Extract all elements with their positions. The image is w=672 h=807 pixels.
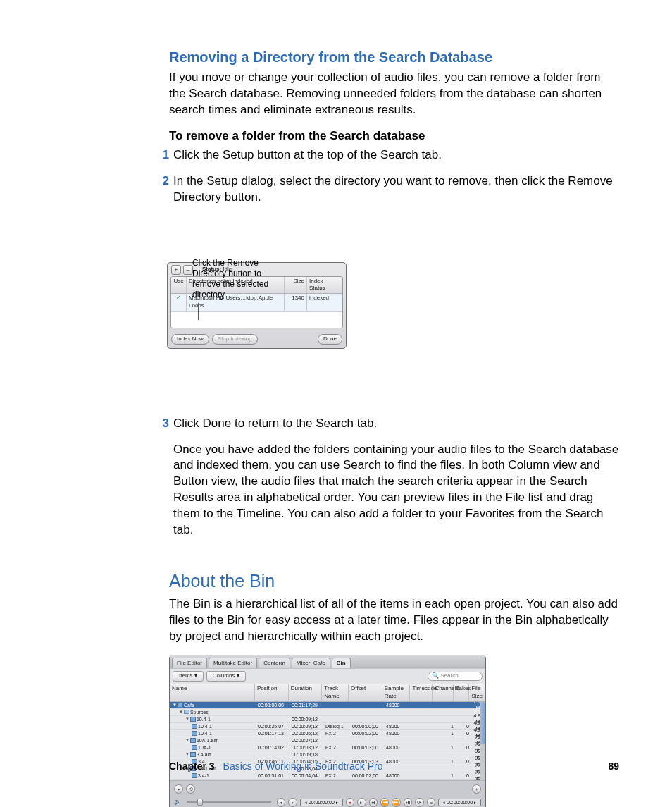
body-paragraph: The Bin is a hierarchical list of all of… xyxy=(169,596,620,645)
file-icon xyxy=(190,717,196,722)
disclosure-triangle-icon[interactable]: ▼ xyxy=(185,780,189,781)
section-heading: Removing a Directory from the Search Dat… xyxy=(169,48,620,67)
col-track-name[interactable]: Track Name xyxy=(322,684,349,701)
search-input[interactable]: 🔍 Search xyxy=(428,672,483,681)
col-takes[interactable]: Takes xyxy=(454,684,469,701)
tab-bin[interactable]: Bin xyxy=(332,658,351,669)
step-number: 2 xyxy=(155,173,169,206)
list-item[interactable]: ▼Cafe00:00:00:0000:01:17;29480002.70 MB xyxy=(170,702,485,709)
timecode-display-2[interactable]: ◂ 00:00:00:00 ▸ xyxy=(438,799,481,806)
loop-button[interactable]: ⟲ xyxy=(186,784,195,794)
col-sample-rate[interactable]: Sample Rate xyxy=(382,684,411,701)
tab-conform[interactable]: Conform xyxy=(259,658,290,669)
search-icon: 🔍 xyxy=(432,672,439,680)
step-number: 3 xyxy=(155,416,169,432)
list-item[interactable]: 3.4-100:00:51:0100:00:04;04FX 200:00:02;… xyxy=(170,772,485,780)
rtz-button[interactable]: ⏮ xyxy=(369,798,378,807)
list-item[interactable]: ▼3.5-1.aiff00:00:07;18720 KB xyxy=(170,780,485,781)
step-number: 1 xyxy=(155,147,169,164)
step-text: Click Done to return to the Search tab. xyxy=(173,416,620,432)
next-button[interactable]: ▸ xyxy=(288,798,297,807)
tab-multitake-editor[interactable]: Multitake Editor xyxy=(209,658,257,669)
cycle-button[interactable]: ⟳ xyxy=(415,798,423,807)
play-button[interactable]: ▸ xyxy=(174,784,183,794)
file-icon xyxy=(192,773,197,778)
callout-line xyxy=(198,303,199,320)
disclosure-triangle-icon[interactable]: ▼ xyxy=(185,737,189,743)
disclosure-triangle-icon[interactable]: ▼ xyxy=(173,702,177,708)
file-icon xyxy=(192,745,197,750)
list-item[interactable]: 10A-100:01:14:0200:00:03;12FX 200:00:03;… xyxy=(170,744,485,751)
item-name: 3.4.aiff xyxy=(197,751,211,758)
disclosure-triangle-icon[interactable]: ▼ xyxy=(179,709,183,715)
rewind-button[interactable]: ⏪ xyxy=(380,798,389,807)
item-name: 10A-1.aiff xyxy=(197,737,218,744)
done-button[interactable]: Done xyxy=(318,334,342,345)
item-name: 3.4-1 xyxy=(198,772,209,779)
checkbox-icon[interactable]: ✓ xyxy=(176,295,181,301)
figure-callout: Click the Remove Directory button to rem… xyxy=(192,258,291,300)
disclosure-triangle-icon[interactable]: ▼ xyxy=(185,751,189,757)
list-item[interactable]: ▼Sources xyxy=(170,709,485,716)
col-file-size[interactable]: File Size xyxy=(469,684,485,701)
item-name: 10.4-1 xyxy=(198,730,212,737)
chapter-title: Basics of Working in Soundtrack Pro xyxy=(223,760,383,773)
file-icon xyxy=(178,703,183,708)
speaker-icon: 🔈 xyxy=(174,799,181,806)
item-name: 10A-1 xyxy=(198,744,211,751)
continuation-paragraph: Once you have added the folders containi… xyxy=(173,442,620,539)
directory-status: indexed xyxy=(307,294,342,311)
folder-icon xyxy=(184,710,189,714)
step-text: Click the Setup button at the top of the… xyxy=(173,147,620,164)
item-name: Cafe xyxy=(184,702,194,708)
list-item[interactable]: ▼10.4-100:00:09;124.89 MB xyxy=(170,716,485,723)
col-duration[interactable]: Duration xyxy=(289,684,323,701)
item-name: 3.5-1.aiff xyxy=(197,780,216,781)
file-icon xyxy=(192,724,197,729)
prev-button[interactable]: ◂ xyxy=(277,798,285,807)
index-now-button[interactable]: Index Now xyxy=(171,334,209,345)
scroll-thumb[interactable] xyxy=(480,702,485,744)
item-name: 10.4-1 xyxy=(198,723,212,729)
add-media-button[interactable]: ＋ xyxy=(472,784,481,794)
item-name: 10.4-1 xyxy=(197,716,211,722)
col-name[interactable]: Name xyxy=(170,684,255,701)
step-text: In the Setup dialog, select the director… xyxy=(173,173,620,206)
bin-panel: File Editor Multitake Editor Conform Mix… xyxy=(169,655,486,807)
col-index-status: Index Status xyxy=(307,277,342,294)
file-icon xyxy=(190,780,196,781)
col-channels[interactable]: Channels xyxy=(433,684,454,701)
stop-indexing-button: Stop Indexing xyxy=(212,334,258,345)
file-icon xyxy=(190,738,196,743)
tab-file-editor[interactable]: File Editor xyxy=(172,658,207,669)
solo-button[interactable]: S xyxy=(427,798,435,807)
list-item[interactable]: 10.4-100:00:25:0700:00:09;12Dialog 100:0… xyxy=(170,723,485,730)
file-icon xyxy=(190,752,196,757)
columns-menu[interactable]: Columns ▾ xyxy=(206,671,246,682)
col-use: Use xyxy=(171,277,187,294)
lead-in: To remove a folder from the Search datab… xyxy=(169,128,620,144)
list-item[interactable]: 10.4-100:01:17:1300:00:05;12FX 200:00:02… xyxy=(170,730,485,737)
col-timecode[interactable]: Timecode xyxy=(410,684,433,701)
file-icon xyxy=(192,731,197,736)
list-item[interactable]: ▼10A-1.aiff00:00:07;12700 KB xyxy=(170,737,485,744)
forward-button[interactable]: ⏩ xyxy=(392,798,400,807)
section-heading: About the Bin xyxy=(169,569,620,593)
list-item[interactable]: ▼3.4.aiff00:00:09;18907 KB xyxy=(170,751,485,758)
transport-play-button[interactable]: ▸ xyxy=(357,798,366,807)
chapter-label: Chapter 3 xyxy=(169,760,215,773)
items-menu[interactable]: Items ▾ xyxy=(173,671,204,682)
end-button[interactable]: ⏭ xyxy=(404,798,412,807)
item-name: Sources xyxy=(190,709,209,715)
volume-slider[interactable] xyxy=(187,801,271,803)
tab-mixer[interactable]: Mixer: Cafe xyxy=(292,658,330,669)
remove-directory-button[interactable]: – xyxy=(183,265,193,275)
add-directory-button[interactable]: + xyxy=(171,265,181,275)
record-button[interactable]: ● xyxy=(346,798,354,807)
col-position[interactable]: Position xyxy=(255,684,289,701)
page-number: 89 xyxy=(608,760,619,773)
timecode-display[interactable]: ◂ 00:00:00;00 ▸ xyxy=(300,799,343,806)
col-offset[interactable]: Offset xyxy=(349,684,382,701)
intro-paragraph: If you move or change your collection of… xyxy=(169,70,620,118)
disclosure-triangle-icon[interactable]: ▼ xyxy=(185,716,189,722)
